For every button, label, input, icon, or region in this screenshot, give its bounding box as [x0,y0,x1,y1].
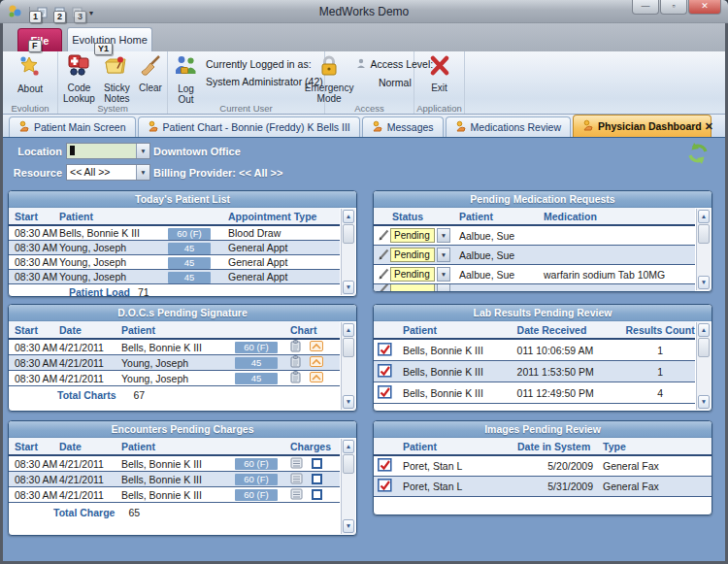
charges-icon[interactable] [290,473,303,486]
review-check-icon[interactable] [378,368,392,380]
chart-icon[interactable] [310,356,323,369]
column-headers: Status Patient Medication [374,208,695,226]
scroll-down-icon[interactable]: ▼ [343,395,354,409]
sticky-notes-button[interactable]: Sticky Notes [100,53,134,102]
maximize-button[interactable]: ▫ [660,0,687,15]
scrollbar[interactable]: ▲▼ [341,322,355,410]
scroll-down-icon[interactable]: ▼ [698,395,710,409]
status-dropdown[interactable]: Pending▼ [390,228,450,243]
scroll-thumb[interactable] [343,224,354,244]
tab-patient-chart[interactable]: Patient Chart - Bonnie (Freddy) K Bells … [138,116,360,137]
col-status: Status [390,211,453,222]
scroll-down-icon[interactable]: ▼ [343,281,354,294]
table-row[interactable]: 08:30 AM 4/21/2011 Bells, Bonnie K III 6… [9,472,340,487]
tab-physician-dashboard[interactable]: Physician Dashboard [573,115,711,137]
clear-button[interactable]: Clear [136,53,165,102]
panel-lab-results-pending-review: Lab Results Pending Review Patient Date … [373,304,712,412]
total-charge-label: Total Charge [53,507,115,518]
chevron-down-icon[interactable]: ▼ [136,165,149,180]
exit-x-icon [427,54,452,82]
chart-icon[interactable] [310,341,323,353]
table-row[interactable]: Pending▼ Aalbue, Sue warfarin sodium Tab… [374,265,695,284]
scroll-thumb[interactable] [343,454,354,474]
emergency-mode-button[interactable]: Emergency Mode [302,53,357,102]
scroll-up-icon[interactable]: ▲ [343,210,354,223]
pencil-icon[interactable] [374,227,390,244]
group-label-application: Application [414,103,464,114]
minimize-button[interactable]: — [632,0,659,15]
table-row[interactable]: 08:30 AM Young, Joseph 45 General Appt [9,270,340,284]
scroll-thumb[interactable] [698,224,710,244]
log-out-button[interactable]: Log Out [170,53,202,102]
patient-load-value: 71 [138,286,149,297]
scroll-up-icon[interactable]: ▲ [343,440,354,453]
location-value [67,144,136,158]
table-row[interactable]: 08:30 AM 4/21/2011 Bells, Bonnie K III 6… [9,456,340,472]
clipboard-icon[interactable] [290,340,301,354]
scroll-down-icon[interactable]: ▼ [343,519,354,533]
charges-icon[interactable] [290,488,303,502]
table-row[interactable]: Poret, Stan L 5/31/2009 General Fax [374,477,711,497]
table-row[interactable]: 08:30 AM 4/21/2011 Bells, Bonnie K III 6… [9,340,340,355]
chevron-down-icon[interactable]: ▼ [136,144,149,158]
table-row[interactable]: Bells, Bonnie K III 011 10:06:59 AM 1 [374,340,695,361]
chart-icon[interactable] [310,372,323,384]
charge-checkbox[interactable] [312,474,322,484]
pencil-icon[interactable] [374,247,390,263]
resource-combobox[interactable]: << All >> ▼ [66,164,150,181]
scroll-thumb[interactable] [343,338,354,357]
scrollbar[interactable]: ▲▼ [341,209,355,295]
code-lookup-button[interactable]: Code Lookup [60,53,98,102]
clipboard-icon[interactable] [290,371,301,385]
close-button[interactable]: ✕ [688,0,721,15]
exit-button[interactable]: Exit [424,53,455,102]
review-check-icon[interactable] [378,462,392,474]
tab-patient-main-screen[interactable]: Patient Main Screen [9,116,136,137]
scroll-up-icon[interactable]: ▲ [698,210,710,223]
table-row[interactable]: Bells, Bonnie K III 011 12:49:50 PM 4 [374,382,695,404]
refresh-button[interactable] [686,142,710,165]
charge-checkbox[interactable] [312,458,322,469]
table-row[interactable]: 08:30 AM 4/21/2011 Young, Joseph 45 [9,371,340,386]
tab-close-icon[interactable]: ✕ [705,120,713,133]
table-row[interactable]: Pending▼ Aalbue, Sue [374,246,695,265]
scrollbar[interactable]: ▲▼ [696,322,711,410]
pencil-icon[interactable] [374,266,390,282]
about-button[interactable]: About [15,53,46,102]
tab-label: Patient Main Screen [34,121,126,133]
chevron-down-icon[interactable]: ▼ [437,228,450,243]
scrollbar[interactable]: ▲▼ [696,209,711,290]
review-check-icon[interactable] [378,389,392,401]
table-row[interactable]: 08:30 AM 4/21/2011 Young, Joseph 45 [9,355,340,371]
review-check-icon[interactable] [378,482,392,494]
clipboard-icon[interactable] [290,355,301,370]
scroll-down-icon[interactable]: ▼ [698,276,710,289]
table-row[interactable]: Pending▼ Aalbue, Sue [374,226,695,246]
tab-medications-review[interactable]: Medications Review [446,116,571,137]
table-row[interactable]: 08:30 AM Young, Joseph 45 General Appt [9,241,340,255]
status-dropdown[interactable]: Pending▼ [390,267,450,282]
panel-pending-medication-requests: Pending Medication Requests Status Patie… [373,190,712,292]
charge-checkbox[interactable] [312,489,322,500]
chevron-down-icon[interactable]: ▼ [437,248,450,262]
chevron-down-icon[interactable]: ▼ [437,267,450,282]
status-dropdown[interactable]: Pending▼ [390,248,450,262]
location-combobox[interactable]: ▼ [66,143,150,159]
billing-provider-text: Billing Provider: << All >> [153,167,282,179]
table-row[interactable]: 08:30 AM 4/21/2011 Bells, Bonnie K III 6… [9,487,340,503]
scrollbar[interactable]: ▲▼ [341,439,355,534]
tab-messages[interactable]: Messages [362,116,444,137]
table-row[interactable]: Bells, Bonnie K III 2011 1:53:50 PM 1 [374,361,695,382]
table-row[interactable]: 08:30 AM Bells, Bonnie K III 60 (F) Bloo… [9,226,340,241]
scroll-up-icon[interactable]: ▲ [698,323,710,337]
table-row[interactable]: Poret, Stan L 5/20/2009 General Fax [374,456,711,477]
scroll-thumb[interactable] [698,338,710,357]
panel-title: D.O.C.s Pending Signature [9,305,356,321]
total-charts-value: 67 [133,389,145,401]
panel-todays-patient-list: Today's Patient List Start Patient Appoi… [8,190,357,297]
charges-icon[interactable] [290,457,303,471]
sticky-notes-label: Sticky Notes [103,83,131,104]
table-row[interactable]: 08:30 AM Young, Joseph 45 General Appt [9,255,340,270]
review-check-icon[interactable] [378,347,392,358]
scroll-up-icon[interactable]: ▲ [343,323,354,337]
